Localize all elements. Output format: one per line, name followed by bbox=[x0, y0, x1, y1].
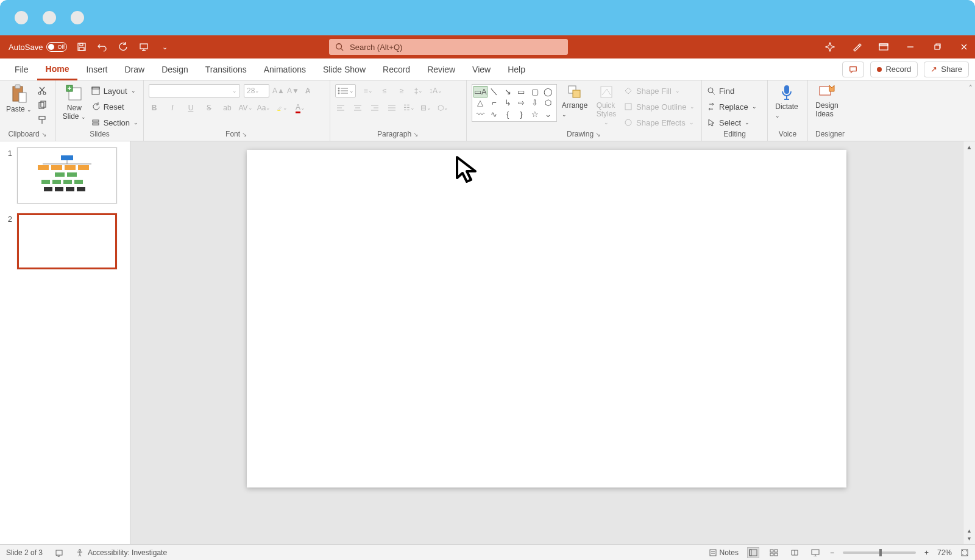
slide-canvas-area[interactable] bbox=[130, 141, 963, 544]
cut-icon[interactable] bbox=[37, 85, 48, 96]
thumb-row-1[interactable]: 1 bbox=[5, 147, 125, 204]
italic-icon[interactable]: I bbox=[167, 102, 178, 113]
justify-icon[interactable] bbox=[386, 102, 397, 113]
clear-format-icon[interactable]: A̷ bbox=[302, 85, 313, 96]
tab-design[interactable]: Design bbox=[153, 58, 197, 80]
char-spacing-icon[interactable]: AV⌄ bbox=[240, 102, 251, 113]
tab-record[interactable]: Record bbox=[374, 58, 419, 80]
paragraph-launcher-icon[interactable]: ↘ bbox=[411, 131, 419, 138]
slide-thumbnails-panel[interactable]: 1 2 bbox=[0, 141, 130, 544]
notes-button[interactable]: Notes bbox=[709, 548, 739, 557]
line-spacing-icon[interactable]: ‡⌄ bbox=[413, 85, 424, 96]
new-slide-button[interactable]: New Slide ⌄ bbox=[61, 84, 88, 121]
rounded-rect-shape-icon[interactable]: ▢ bbox=[528, 86, 541, 97]
accessibility-status[interactable]: Accessibility: Investigate bbox=[76, 548, 167, 557]
line-arrow-shape-icon[interactable]: ↘ bbox=[501, 86, 514, 97]
window-minimize-dot[interactable] bbox=[43, 11, 56, 24]
font-size-select[interactable]: 28⌄ bbox=[244, 84, 269, 97]
slide-canvas[interactable] bbox=[247, 150, 846, 487]
align-text-icon[interactable]: ⊟⌄ bbox=[420, 102, 431, 113]
zoom-in-icon[interactable]: + bbox=[924, 548, 929, 557]
tab-help[interactable]: Help bbox=[499, 58, 534, 80]
tab-slideshow[interactable]: Slide Show bbox=[314, 58, 374, 80]
design-ideas-button[interactable]: Design Ideas bbox=[813, 84, 841, 118]
change-case-icon[interactable]: Aa⌄ bbox=[258, 102, 269, 113]
arrow-right-shape-icon[interactable]: ⇨ bbox=[514, 97, 528, 109]
l-shape-icon[interactable]: ⌐ bbox=[488, 97, 501, 109]
line-shape-icon[interactable]: ＼ bbox=[488, 86, 501, 97]
share-button[interactable]: ↗Share bbox=[924, 62, 969, 77]
shape-outline-button[interactable]: Shape Outline⌄ bbox=[624, 100, 695, 113]
columns-icon[interactable]: ☷⌄ bbox=[403, 102, 414, 113]
ribbon-mode-icon[interactable] bbox=[878, 43, 890, 51]
prev-slide-icon[interactable]: ▴ bbox=[968, 527, 971, 534]
star-shape-icon[interactable]: ☆ bbox=[528, 108, 541, 120]
save-icon[interactable] bbox=[76, 41, 88, 53]
find-button[interactable]: Find bbox=[707, 84, 734, 97]
shapes-gallery[interactable]: ▭A ＼ ↘ ▭ ▢ ◯ △ ⌐ ↳ ⇨ ⇩ ⬡ 〰 ∿ { } ☆ bbox=[472, 84, 557, 122]
record-button[interactable]: Record bbox=[870, 62, 918, 77]
window-close-dot[interactable] bbox=[15, 11, 28, 24]
font-launcher-icon[interactable]: ↘ bbox=[240, 131, 248, 138]
copy-icon[interactable] bbox=[37, 100, 48, 111]
quick-styles-button[interactable]: Quick Styles⌄ bbox=[592, 84, 620, 126]
slideshow-view-icon[interactable] bbox=[809, 547, 821, 558]
smartart-convert-icon[interactable]: ⬡⌄ bbox=[438, 102, 448, 113]
align-left-icon[interactable] bbox=[335, 102, 346, 113]
paste-button[interactable]: Paste ⌄ bbox=[5, 84, 33, 113]
redo-icon[interactable] bbox=[117, 41, 129, 53]
search-input[interactable]: Search (Alt+Q) bbox=[329, 39, 568, 55]
brace-left-shape-icon[interactable]: { bbox=[501, 108, 514, 120]
replace-button[interactable]: Replace⌄ bbox=[707, 100, 757, 113]
hexagon-shape-icon[interactable]: ⬡ bbox=[542, 97, 555, 109]
select-button[interactable]: Select⌄ bbox=[707, 116, 750, 129]
sorter-view-icon[interactable] bbox=[768, 547, 780, 558]
undo-icon[interactable] bbox=[96, 41, 108, 53]
numbering-icon[interactable]: ⌄ bbox=[362, 85, 373, 96]
window-restore-icon[interactable] bbox=[931, 43, 943, 51]
clipboard-launcher-icon[interactable]: ↘ bbox=[40, 131, 48, 138]
strike-icon[interactable]: S̶ bbox=[204, 102, 214, 113]
tab-transitions[interactable]: Transitions bbox=[197, 58, 255, 80]
window-close-icon[interactable] bbox=[958, 43, 970, 51]
brace-right-shape-icon[interactable]: } bbox=[514, 108, 528, 120]
window-minimize-icon[interactable] bbox=[904, 43, 916, 51]
window-zoom-dot[interactable] bbox=[71, 11, 84, 24]
underline-icon[interactable]: U bbox=[185, 102, 196, 113]
connector-shape-icon[interactable]: ↳ bbox=[501, 97, 514, 109]
rectangle-shape-icon[interactable]: ▭ bbox=[514, 86, 528, 97]
section-button[interactable]: Section⌄ bbox=[91, 116, 138, 129]
shape-fill-button[interactable]: Shape Fill⌄ bbox=[624, 84, 680, 97]
align-right-icon[interactable] bbox=[369, 102, 380, 113]
curve-shape-icon[interactable]: 〰 bbox=[473, 108, 488, 120]
decrease-indent-icon[interactable]: ≤ bbox=[379, 85, 390, 96]
text-direction-icon[interactable]: ↕A⌄ bbox=[430, 85, 441, 96]
present-from-start-icon[interactable] bbox=[138, 41, 150, 53]
slide-counter[interactable]: Slide 2 of 3 bbox=[6, 548, 43, 557]
font-family-select[interactable]: ⌄ bbox=[149, 84, 240, 97]
layout-button[interactable]: Layout⌄ bbox=[91, 84, 136, 97]
textbox-shape-icon[interactable]: ▭A bbox=[473, 86, 488, 97]
next-slide-icon[interactable]: ▾ bbox=[968, 535, 971, 542]
reset-button[interactable]: Reset bbox=[91, 100, 124, 113]
font-color-icon[interactable]: A⌄ bbox=[295, 102, 306, 113]
thumb-row-2[interactable]: 2 bbox=[5, 213, 125, 269]
slide-thumb-2[interactable] bbox=[17, 213, 117, 269]
format-painter-icon[interactable] bbox=[37, 115, 48, 126]
arrange-button[interactable]: Arrange⌄ bbox=[561, 84, 589, 118]
collapse-ribbon-icon[interactable]: ˄ bbox=[969, 84, 973, 92]
slide-thumb-1[interactable] bbox=[17, 147, 117, 204]
arrow-down-shape-icon[interactable]: ⇩ bbox=[528, 97, 541, 109]
zoom-level[interactable]: 72% bbox=[937, 548, 952, 557]
highlight-icon[interactable]: ⌄ bbox=[277, 102, 288, 113]
bullets-icon[interactable]: ⌄ bbox=[335, 84, 356, 97]
tab-view[interactable]: View bbox=[464, 58, 499, 80]
shrink-font-icon[interactable]: A▼ bbox=[288, 85, 299, 96]
shadow-icon[interactable]: ab bbox=[222, 102, 233, 113]
coming-soon-icon[interactable] bbox=[851, 42, 863, 52]
autosave-toggle[interactable]: AutoSave Off bbox=[9, 42, 67, 52]
drawing-launcher-icon[interactable]: ↘ bbox=[594, 131, 601, 138]
tab-draw[interactable]: Draw bbox=[116, 58, 153, 80]
tab-insert[interactable]: Insert bbox=[77, 58, 116, 80]
fit-to-window-icon[interactable] bbox=[960, 548, 969, 557]
